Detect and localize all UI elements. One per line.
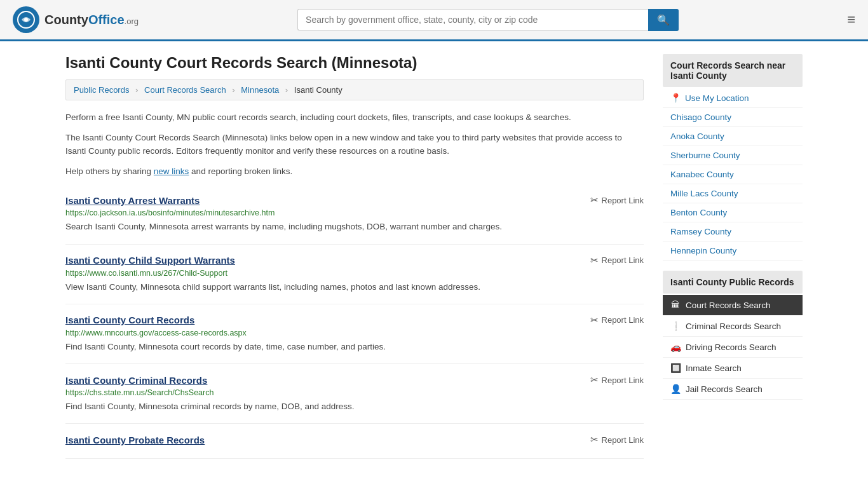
- search-input[interactable]: [297, 9, 648, 30]
- court-icon: 🏛: [670, 300, 681, 310]
- sidebar-public-records-title: Isanti County Public Records: [663, 271, 803, 294]
- result-url: https://co.jackson.ia.us/bosinfo/minutes…: [65, 208, 644, 217]
- breadcrumb: Public Records › Court Records Search › …: [65, 79, 644, 100]
- search-button[interactable]: 🔍: [648, 9, 679, 31]
- report-link-btn[interactable]: ✂ Report Link: [590, 434, 644, 445]
- result-title: Isanti County Criminal Records: [65, 375, 207, 386]
- content-area: Isanti County Court Records Search (Minn…: [65, 54, 644, 459]
- sidebar-nav-criminal-records[interactable]: ❕ Criminal Records Search: [663, 316, 803, 337]
- result-desc: Find Isanti County, Minnesota criminal r…: [65, 400, 644, 413]
- criminal-icon: ❕: [670, 321, 681, 331]
- logo-icon: [13, 6, 39, 33]
- sidebar-sherburne[interactable]: Sherburne County: [663, 146, 803, 165]
- report-link-btn[interactable]: ✂ Report Link: [590, 255, 644, 266]
- use-my-location[interactable]: 📍 Use My Location: [663, 88, 803, 108]
- menu-icon[interactable]: ≡: [847, 11, 855, 28]
- result-item: Isanti County Probate Records ✂ Report L…: [65, 424, 644, 459]
- svg-point-1: [24, 18, 28, 22]
- description-para2: The Isanti County Court Records Search (…: [65, 131, 644, 158]
- page-title: Isanti County Court Records Search (Minn…: [65, 54, 644, 72]
- report-link-btn[interactable]: ✂ Report Link: [590, 194, 644, 206]
- sidebar-nav-driving-records[interactable]: 🚗 Driving Records Search: [663, 337, 803, 358]
- result-desc: Find Isanti County, Minnesota court reco…: [65, 341, 644, 353]
- sidebar-nav-jail-records[interactable]: 👤 Jail Records Search: [663, 379, 803, 400]
- breadcrumb-public-records[interactable]: Public Records: [74, 85, 129, 95]
- sidebar-anoka[interactable]: Anoka County: [663, 127, 803, 146]
- breadcrumb-minnesota[interactable]: Minnesota: [241, 85, 279, 95]
- main-container: Isanti County Court Records Search (Minn…: [53, 41, 815, 471]
- result-item: Isanti County Arrest Warrants ✂ Report L…: [65, 184, 644, 244]
- result-title: Isanti County Court Records: [65, 315, 194, 325]
- result-title: Isanti County Probate Records: [65, 435, 205, 445]
- result-item: Isanti County Criminal Records ✂ Report …: [65, 364, 644, 424]
- sidebar-nav-court-records[interactable]: 🏛 Court Records Search: [663, 295, 803, 316]
- pin-icon: 📍: [670, 93, 681, 103]
- logo-area: CountyOffice.org: [13, 6, 139, 33]
- result-link[interactable]: Isanti County Probate Records: [65, 435, 205, 445]
- report-icon: ✂: [590, 374, 599, 386]
- sidebar-benton[interactable]: Benton County: [663, 203, 803, 222]
- result-desc: View Isanti County, Minnesota child supp…: [65, 281, 644, 294]
- result-url: http://www.mncourts.gov/access-case-reco…: [65, 329, 644, 337]
- results-list: Isanti County Arrest Warrants ✂ Report L…: [65, 184, 644, 459]
- result-title: Isanti County Child Support Warrants: [65, 255, 235, 266]
- report-icon: ✂: [590, 315, 599, 326]
- sidebar-hennepin[interactable]: Hennepin County: [663, 241, 803, 261]
- report-icon: ✂: [590, 434, 599, 445]
- jail-icon: 👤: [670, 384, 681, 394]
- logo-text: CountyOffice.org: [44, 13, 139, 27]
- result-link[interactable]: Isanti County Arrest Warrants: [65, 195, 200, 206]
- result-item: Isanti County Child Support Warrants ✂ R…: [65, 245, 644, 304]
- breadcrumb-current: Isanti County: [294, 85, 342, 95]
- description-para3: Help others by sharing new links and rep…: [65, 165, 644, 179]
- description-para1: Perform a free Isanti County, MN public …: [65, 111, 644, 125]
- result-link[interactable]: Isanti County Court Records: [65, 315, 194, 325]
- sidebar-nearby-title: Court Records Search near Isanti County: [663, 54, 803, 87]
- report-icon: ✂: [590, 255, 599, 266]
- sidebar-chisago[interactable]: Chisago County: [663, 108, 803, 127]
- driving-icon: 🚗: [670, 342, 681, 352]
- sidebar: Court Records Search near Isanti County …: [663, 54, 803, 459]
- sidebar-nav-inmate-search[interactable]: 🔲 Inmate Search: [663, 358, 803, 379]
- sidebar-mille-lacs[interactable]: Mille Lacs County: [663, 184, 803, 203]
- search-icon: 🔍: [657, 15, 670, 25]
- breadcrumb-court-records[interactable]: Court Records Search: [144, 85, 226, 95]
- header-right: ≡: [837, 11, 855, 28]
- result-item: Isanti County Court Records ✂ Report Lin…: [65, 304, 644, 364]
- result-desc: Search Isanti County, Minnesota arrest w…: [65, 220, 644, 233]
- report-icon: ✂: [590, 194, 599, 206]
- sidebar-kanabec[interactable]: Kanabec County: [663, 165, 803, 184]
- result-link[interactable]: Isanti County Criminal Records: [65, 375, 207, 386]
- result-url: https://www.co.isanti.mn.us/267/Child-Su…: [65, 269, 644, 278]
- sidebar-ramsey[interactable]: Ramsey County: [663, 222, 803, 241]
- result-url: https://chs.state.mn.us/Search/ChsSearch: [65, 388, 644, 397]
- search-area: 🔍: [297, 9, 679, 31]
- report-link-btn[interactable]: ✂ Report Link: [590, 315, 644, 326]
- report-link-btn[interactable]: ✂ Report Link: [590, 374, 644, 386]
- site-header: CountyOffice.org 🔍 ≡: [0, 0, 868, 41]
- result-title: Isanti County Arrest Warrants: [65, 195, 200, 206]
- inmate-icon: 🔲: [670, 363, 681, 373]
- new-links-link[interactable]: new links: [154, 166, 189, 176]
- result-link[interactable]: Isanti County Child Support Warrants: [65, 255, 235, 266]
